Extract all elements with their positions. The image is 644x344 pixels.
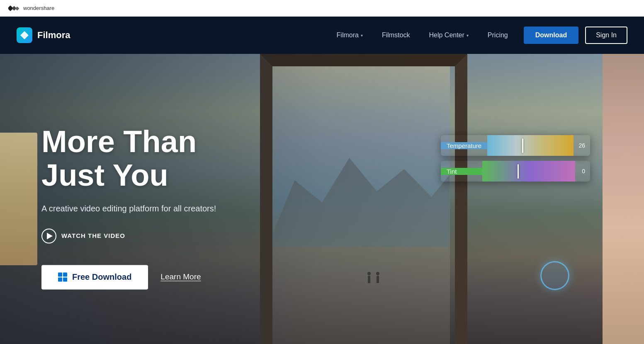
- tint-slider-thumb: [518, 164, 519, 179]
- tint-label: Tint: [441, 168, 482, 175]
- temperature-row: Temperature 26: [441, 135, 590, 156]
- temperature-label: Temperature: [441, 142, 487, 149]
- hero-title: More Than Just You: [41, 125, 216, 192]
- hero-subtitle: A creative video editing platform for al…: [41, 204, 216, 213]
- wondershare-name: wondershare: [23, 5, 54, 11]
- hero-buttons: Free Download Learn More: [41, 265, 216, 289]
- tint-bar[interactable]: [482, 161, 575, 182]
- temperature-card: Temperature 26: [441, 135, 590, 156]
- color-controls-overlay: Temperature 26 Tint 0: [441, 135, 590, 182]
- hero-left-decoration: [0, 133, 37, 265]
- nav-links: Filmora ▾ Filmstock Help Center ▾ Pricin…: [329, 28, 515, 42]
- nav-signin-button[interactable]: Sign In: [585, 27, 627, 44]
- chevron-down-icon: ▾: [467, 33, 469, 38]
- temperature-slider-thumb: [522, 138, 523, 153]
- tint-card: Tint 0: [441, 161, 590, 182]
- hero-right-decoration: [603, 54, 644, 344]
- wondershare-logo-icon: [8, 5, 20, 12]
- temperature-value: 26: [574, 142, 590, 149]
- nav-brand: Filmora: [17, 27, 70, 43]
- chevron-down-icon: ▾: [361, 33, 363, 38]
- svg-rect-2: [15, 6, 19, 10]
- windows-icon: [58, 273, 67, 282]
- watch-video-button[interactable]: WATCH THE VIDEO: [41, 228, 216, 243]
- nav-download-button[interactable]: Download: [524, 27, 578, 44]
- nav-item-filmora[interactable]: Filmora ▾: [329, 28, 370, 42]
- play-triangle-icon: [47, 233, 53, 239]
- navbar: Filmora Filmora ▾ Filmstock Help Center …: [0, 17, 644, 54]
- wondershare-topbar: wondershare: [0, 0, 644, 17]
- watch-video-label: WATCH THE VIDEO: [61, 233, 125, 240]
- temperature-bar[interactable]: [487, 135, 574, 156]
- play-circle-icon: [41, 228, 56, 243]
- learn-more-link[interactable]: Learn More: [160, 273, 201, 282]
- brand-name: Filmora: [37, 30, 70, 41]
- nav-item-help-center[interactable]: Help Center ▾: [421, 28, 476, 42]
- circle-effect-decoration: [540, 261, 569, 290]
- nav-item-pricing[interactable]: Pricing: [480, 28, 515, 42]
- tint-value: 0: [575, 168, 590, 174]
- free-download-button[interactable]: Free Download: [41, 265, 148, 289]
- nav-item-filmstock[interactable]: Filmstock: [374, 28, 418, 42]
- hero-content: More Than Just You A creative video edit…: [41, 125, 216, 289]
- tint-row: Tint 0: [441, 161, 590, 182]
- filmora-logo-icon: [17, 27, 32, 43]
- wondershare-logo: wondershare: [8, 5, 54, 12]
- hero-section: More Than Just You A creative video edit…: [0, 54, 644, 344]
